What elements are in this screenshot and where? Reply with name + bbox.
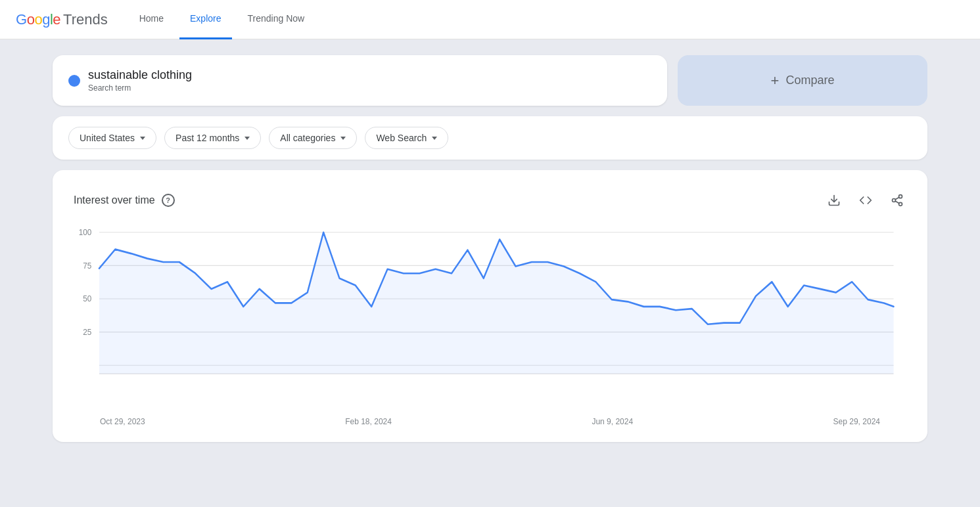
filter-region-label: United States: [80, 133, 135, 143]
chart-actions: [825, 191, 906, 209]
search-term-type: Search term: [88, 83, 192, 93]
filter-bar: United States Past 12 months All categor…: [53, 116, 927, 160]
compare-box[interactable]: + Compare: [678, 55, 927, 106]
share-icon: [891, 194, 904, 207]
chevron-down-icon: [340, 137, 346, 140]
filter-category[interactable]: All categories: [269, 127, 357, 149]
main-content: sustainable clothing Search term + Compa…: [0, 39, 980, 458]
search-box: sustainable clothing Search term: [53, 55, 667, 106]
search-area: sustainable clothing Search term + Compa…: [53, 55, 927, 106]
compare-label: Compare: [785, 74, 834, 87]
embed-icon: [859, 194, 872, 207]
download-icon: [828, 194, 841, 207]
filter-region[interactable]: United States: [68, 127, 156, 149]
share-button[interactable]: [888, 191, 906, 209]
search-term-dot: [68, 75, 80, 87]
main-nav: Home Explore Trending Now: [129, 0, 315, 39]
nav-item-home[interactable]: Home: [129, 0, 174, 39]
search-term-text: sustainable clothing: [88, 68, 192, 82]
embed-button[interactable]: [856, 191, 875, 209]
chevron-down-icon: [432, 137, 437, 140]
logo: Google Trends: [16, 11, 108, 28]
chart-header: Interest over time ?: [74, 191, 906, 209]
filter-period-label: Past 12 months: [175, 133, 239, 143]
filter-period[interactable]: Past 12 months: [164, 127, 261, 149]
filter-category-label: All categories: [280, 133, 335, 143]
logo-trends-text: Trends: [63, 11, 108, 28]
chevron-down-icon: [245, 137, 250, 140]
svg-text:25: 25: [83, 327, 91, 337]
nav-item-explore[interactable]: Explore: [179, 0, 231, 39]
svg-line-5: [895, 197, 899, 199]
chart-container: 100 75 50 25 Oct 29, 2023 Feb 18, 2024 J…: [74, 225, 906, 426]
logo-google-text: Google: [16, 11, 60, 28]
interest-chart: 100 75 50 25: [74, 225, 906, 409]
chart-title: Interest over time: [74, 194, 155, 206]
search-term-info: sustainable clothing Search term: [88, 68, 192, 93]
svg-text:100: 100: [79, 228, 92, 238]
x-label-feb: Feb 18, 2024: [345, 417, 392, 426]
chart-card: Interest over time ?: [53, 170, 927, 442]
x-label-jun: Jun 9, 2024: [592, 417, 633, 426]
svg-line-4: [895, 201, 899, 203]
svg-text:50: 50: [83, 294, 91, 304]
filter-search-type[interactable]: Web Search: [365, 127, 448, 149]
help-icon[interactable]: ?: [162, 194, 175, 207]
filter-search-type-label: Web Search: [376, 133, 427, 143]
nav-item-trending[interactable]: Trending Now: [237, 0, 315, 39]
x-label-sep: Sep 29, 2024: [833, 417, 880, 426]
svg-text:75: 75: [83, 261, 91, 271]
download-button[interactable]: [825, 191, 843, 209]
chevron-down-icon: [140, 137, 145, 140]
trend-area: [99, 232, 894, 374]
header: Google Trends Home Explore Trending Now: [0, 0, 980, 39]
x-axis-labels: Oct 29, 2023 Feb 18, 2024 Jun 9, 2024 Se…: [74, 412, 906, 426]
x-label-oct: Oct 29, 2023: [100, 417, 145, 426]
chart-title-area: Interest over time ?: [74, 194, 175, 207]
compare-plus-icon: +: [771, 72, 780, 89]
